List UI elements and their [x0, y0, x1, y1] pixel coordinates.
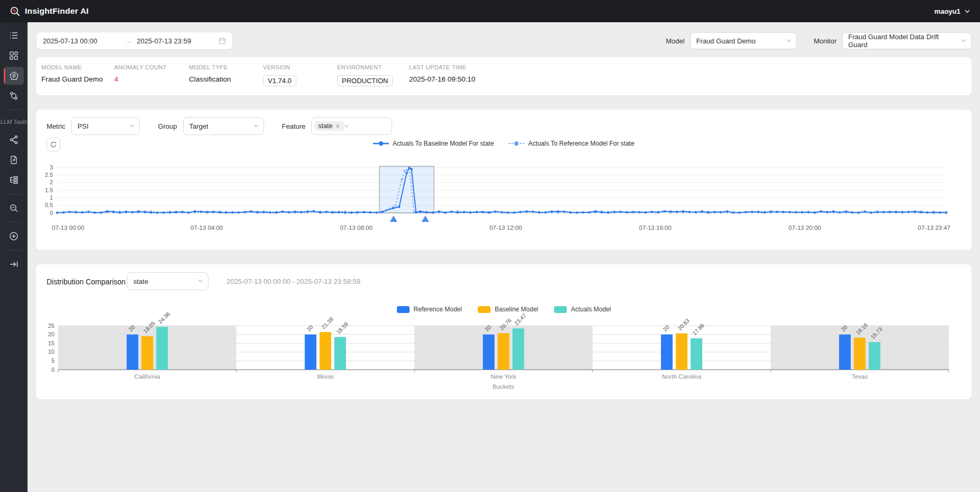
svg-text:20.63: 20.63 [676, 317, 691, 332]
svg-text:25: 25 [48, 323, 55, 329]
main-content: 2025-07-13 00:00 → 2025-07-13 23:59 Mode… [28, 22, 980, 492]
feature-label: Feature [282, 122, 306, 130]
distribution-title: Distribution Comparison [47, 278, 125, 286]
brand-name: InsightFinder AI [25, 6, 89, 16]
chevron-down-icon [964, 8, 970, 14]
sidebar-item-search[interactable] [0, 198, 28, 218]
svg-text:Texas: Texas [852, 373, 868, 380]
date-range-picker[interactable]: 2025-07-13 00:00 → 2025-07-13 23:59 [36, 32, 233, 50]
svg-text:California: California [134, 373, 160, 380]
svg-text:07-13 16:00: 07-13 16:00 [639, 225, 672, 231]
metric-label: Metric [47, 122, 65, 130]
sidebar-item-tree-view[interactable] [0, 170, 28, 190]
line-chart-legend: Actuals To Baseline Model For state Actu… [36, 140, 972, 147]
distribution-time-range: 2025-07-13 00:00:00 - 2025-07-13 23:59:5… [226, 278, 360, 285]
svg-text:07-13 23:47: 07-13 23:47 [918, 225, 950, 231]
branch-icon [9, 91, 19, 101]
anomaly-count-label: ANOMALY COUNT [114, 64, 184, 70]
tree-icon [9, 175, 19, 185]
model-name-value: Fraud Guard Demo [41, 75, 109, 83]
svg-text:Buckets: Buckets [493, 383, 514, 390]
psi-chart-card: Metric PSI Group Target Feature state ✕ [36, 110, 972, 250]
sidebar-item-lineage[interactable] [0, 86, 28, 106]
llm-tools-label: LLM Tools [1, 118, 27, 126]
svg-text:18.59: 18.59 [335, 321, 349, 335]
svg-text:0: 0 [51, 366, 55, 373]
legend-item-baseline[interactable]: Actuals To Baseline Model For state [373, 140, 494, 147]
svg-text:20: 20 [661, 324, 670, 333]
group-select[interactable]: Target [183, 117, 264, 135]
anomaly-count-value: 4 [114, 75, 184, 83]
model-select[interactable]: Fraud Guard Demo [690, 32, 797, 49]
sidebar-item-list[interactable] [0, 25, 28, 46]
feature-multiselect[interactable]: state ✕ [311, 117, 392, 135]
sidebar-item-collapse[interactable] [0, 254, 28, 274]
sidebar: LLM Tools [0, 22, 28, 492]
model-name-label: MODEL NAME [41, 64, 109, 70]
sidebar-divider [7, 110, 21, 110]
svg-text:17.86: 17.86 [691, 322, 705, 336]
search-icon [9, 203, 19, 213]
date-start[interactable]: 2025-07-13 00:00 [43, 37, 120, 45]
version-label: VERSION [263, 64, 332, 70]
brand: InsightFinder AI [10, 6, 89, 17]
svg-text:10: 10 [48, 348, 55, 355]
psi-line-chart[interactable]: 00.511.522.5307-13 00:0007-13 04:0007-13… [40, 160, 956, 239]
svg-text:15: 15 [48, 340, 55, 346]
model-label: Model [666, 37, 684, 45]
sidebar-item-workflow[interactable] [0, 130, 28, 150]
model-type-value: Classification [189, 75, 258, 83]
sidebar-item-model-guard[interactable] [0, 66, 28, 86]
last-update-label: LAST UPDATE TIME [409, 64, 475, 70]
svg-text:07-13 00:00: 07-13 00:00 [52, 225, 84, 231]
sidebar-item-dashboard[interactable] [0, 46, 28, 66]
sidebar-item-file-export[interactable] [0, 150, 28, 170]
plus-circle-icon [9, 231, 19, 241]
feature-tag-state: state ✕ [314, 121, 343, 131]
list-icon [9, 31, 19, 40]
svg-text:20: 20 [48, 331, 55, 337]
legend-item-reference[interactable]: Actuals To Reference Model For state [509, 140, 634, 147]
sidebar-divider [7, 194, 21, 194]
svg-text:0.5: 0.5 [45, 202, 53, 208]
environment-label: ENVIRONMENT [337, 64, 404, 70]
dashboard-icon [9, 51, 19, 60]
sidebar-divider [7, 250, 21, 251]
svg-text:5: 5 [51, 357, 55, 364]
file-export-icon [9, 155, 19, 165]
svg-text:21.39: 21.39 [320, 316, 334, 330]
range-arrow-icon: → [125, 37, 132, 45]
monitor-select[interactable]: Fraud Guard Model Data Drift Guard [842, 32, 972, 49]
svg-text:0: 0 [50, 210, 53, 216]
distribution-card: Distribution Comparison state 2025-07-13… [36, 264, 972, 399]
model-guard-icon [9, 71, 19, 81]
calendar-icon [219, 37, 226, 44]
share-nodes-icon [9, 135, 19, 145]
metric-select[interactable]: PSI [71, 117, 140, 135]
model-info-card: MODEL NAMEFraud Guard Demo ANOMALY COUNT… [36, 57, 972, 95]
insightfinder-logo-icon [10, 6, 21, 17]
top-bar: InsightFinder AI maoyu1 [0, 0, 980, 22]
distribution-feature-select[interactable]: state [127, 272, 208, 290]
distribution-bar-chart[interactable]: 05101520252019.0524.36California2021.391… [40, 309, 956, 397]
svg-text:1.5: 1.5 [45, 187, 53, 193]
svg-text:New York: New York [491, 373, 516, 380]
svg-text:Illinois: Illinois [317, 373, 334, 380]
sidebar-item-add[interactable] [0, 226, 28, 246]
user-menu[interactable]: maoyu1 [934, 7, 970, 15]
svg-text:07-13 04:00: 07-13 04:00 [190, 225, 223, 231]
model-type-label: MODEL TYPE [189, 64, 258, 70]
date-end[interactable]: 2025-07-13 23:59 [137, 37, 214, 45]
svg-text:07-13 12:00: 07-13 12:00 [489, 225, 522, 231]
sidebar-divider [7, 222, 21, 222]
tag-close-icon[interactable]: ✕ [335, 123, 340, 130]
svg-text:1: 1 [50, 194, 53, 201]
svg-text:07-13 20:00: 07-13 20:00 [788, 225, 821, 231]
svg-text:2.5: 2.5 [45, 172, 53, 178]
last-update-value: 2025-07-16 09:50:10 [409, 75, 475, 83]
svg-text:20: 20 [305, 324, 314, 333]
monitor-label: Monitor [814, 37, 837, 45]
svg-text:07-13 08:00: 07-13 08:00 [340, 225, 372, 231]
svg-text:2: 2 [50, 179, 53, 185]
collapse-arrow-icon [9, 260, 19, 269]
